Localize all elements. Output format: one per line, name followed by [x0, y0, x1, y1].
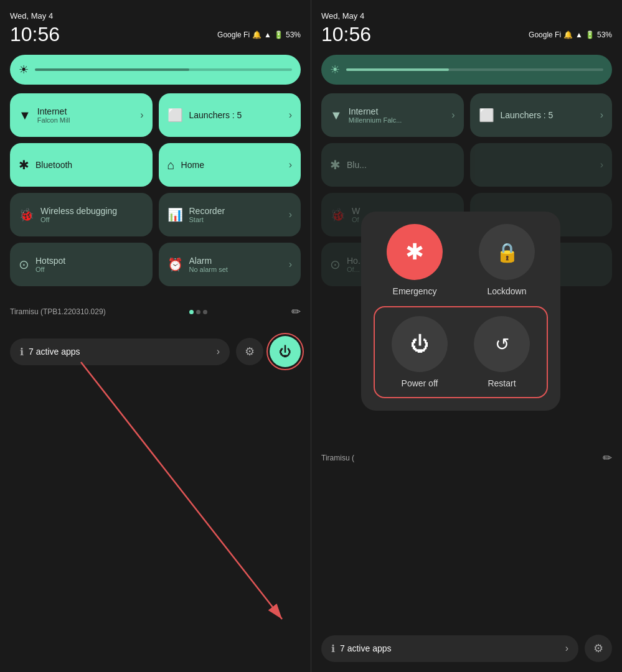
dot-2 [196, 310, 200, 314]
hotspot-icon: ⊙ [19, 257, 29, 272]
dot-3 [203, 310, 207, 314]
tile-wireless-debug[interactable]: 🐞 Wireless debugging Off [10, 193, 153, 236]
right-brightness-slider[interactable]: ☀ [321, 55, 612, 85]
right-settings-button[interactable]: ⚙ [585, 635, 612, 662]
active-apps-count: 7 [29, 347, 34, 357]
right-vibrate-icon: 🔔 [563, 30, 573, 39]
tile-internet-title: Internet [37, 106, 134, 116]
right-bluetooth-icon: ✱ [330, 157, 341, 172]
active-apps-text-label: active apps [36, 347, 80, 357]
version-row: Tiramisu (TPB1.220310.029) ✏ [10, 300, 301, 324]
lockdown-label: Lockdown [487, 286, 526, 296]
tile-alarm-subtitle: No alarm set [189, 266, 283, 273]
restart-option[interactable]: ↺ Restart [466, 316, 538, 388]
right-bottom-bar: ℹ 7 active apps › ⚙ [321, 628, 612, 672]
right-tile-internet-subtitle: Millennium Falc... [349, 116, 445, 124]
right-brightness-fill [346, 68, 449, 71]
tile-bluetooth-title: Bluetooth [35, 160, 144, 170]
version-text: Tiramisu (TPB1.220310.029) [10, 307, 106, 316]
restart-icon: ↺ [495, 334, 509, 355]
tile-launchers[interactable]: ⬜ Launchers : 5 › [159, 93, 301, 137]
brightness-slider[interactable]: ☀ [10, 55, 301, 85]
right-wifi-icon: ▼ [330, 108, 342, 123]
left-panel: Wed, May 4 10:56 Google Fi 🔔 ▲ 🔋 53% ☀ ▼… [0, 0, 311, 672]
right-edit-icon[interactable]: ✏ [603, 451, 612, 465]
dot-1 [189, 310, 194, 314]
settings-icon: ⚙ [245, 345, 255, 358]
right-status-bar: Wed, May 4 [321, 11, 612, 21]
right-active-count: 7 [340, 643, 345, 653]
tiles-grid-4: ⊙ Hotspot Off ⏰ Alarm No alarm set › [10, 243, 301, 286]
right-hotspot-icon: ⊙ [330, 257, 341, 272]
tile-hotspot-text: Hotspot Off [35, 256, 144, 273]
power-restart-section: ⏻ Power off ↺ Restart [374, 306, 548, 398]
lockdown-option[interactable]: 🔒 Lockdown [466, 224, 548, 296]
power-menu: ✱ Emergency 🔒 Lockdown ⏻ Power off ↺ [361, 212, 560, 411]
right-tile-bluetooth[interactable]: ✱ Blu... [321, 143, 464, 187]
tile-alarm[interactable]: ⏰ Alarm No alarm set › [159, 243, 301, 286]
lockdown-circle: 🔒 [479, 224, 535, 280]
right-tile-launchers-text: Launchers : 5 [501, 110, 594, 120]
lockdown-icon: 🔒 [496, 241, 519, 263]
tile-home-arrow: › [289, 159, 292, 170]
edit-icon[interactable]: ✏ [291, 305, 301, 319]
right-settings-icon: ⚙ [593, 642, 603, 655]
tile-home[interactable]: ⌂ Home › [159, 143, 301, 187]
right-bug-icon: 🐞 [330, 207, 346, 222]
tile-bluetooth-text: Bluetooth [35, 160, 144, 170]
power-button-ring [266, 333, 304, 370]
right-info-icon: ℹ [331, 643, 335, 655]
right-active-apps-pill[interactable]: ℹ 7 active apps › [321, 635, 578, 662]
right-tile-launchers-arrow: › [600, 110, 603, 121]
active-apps-count-label: 7 active apps [29, 347, 80, 357]
tile-recorder-title: Recorder [189, 206, 283, 216]
tile-hotspot[interactable]: ⊙ Hotspot Off [10, 243, 153, 286]
poweroff-icon: ⏻ [410, 334, 429, 355]
right-tile-launchers[interactable]: ⬜ Launchers : 5 › [470, 93, 613, 137]
display-icon: ⬜ [167, 108, 183, 123]
tile-hotspot-title: Hotspot [35, 256, 144, 266]
tile-internet-arrow: › [140, 110, 143, 121]
tile-launchers-arrow: › [289, 110, 292, 121]
right-time: 10:56 [321, 23, 371, 46]
tile-internet[interactable]: ▼ Internet Falcon Mill › [10, 93, 153, 137]
brightness-track [35, 68, 292, 71]
tile-wireless-debug-subtitle: Off [40, 216, 144, 223]
right-brightness-track [346, 68, 603, 71]
vibrate-icon: 🔔 [252, 30, 262, 39]
right-date: Wed, May 4 [321, 11, 364, 21]
right-display-icon: ⬜ [479, 108, 494, 123]
tile-internet-subtitle: Falcon Mill [37, 116, 134, 124]
active-apps-left: ℹ 7 active apps [20, 346, 80, 358]
active-apps-arrow-icon: › [217, 346, 220, 357]
tile-home-title: Home [181, 160, 283, 170]
home-icon: ⌂ [167, 158, 175, 172]
tile-recorder[interactable]: 📊 Recorder Start › [159, 193, 301, 236]
svg-line-1 [81, 362, 282, 619]
tile-alarm-title: Alarm [189, 256, 283, 266]
settings-button[interactable]: ⚙ [236, 338, 263, 365]
bluetooth-icon: ✱ [19, 157, 29, 172]
left-status-bar: Wed, May 4 [10, 11, 301, 21]
right-tile-bluetooth-text: Blu... [347, 160, 455, 170]
right-tiles-grid-1: ▼ Internet Millennium Falc... › ⬜ Launch… [321, 93, 612, 137]
tile-launchers-text: Launchers : 5 [189, 110, 283, 120]
right-tile-internet[interactable]: ▼ Internet Millennium Falc... › [321, 93, 464, 137]
right-status-icons: Google Fi 🔔 ▲ 🔋 53% [529, 30, 612, 39]
active-apps-pill[interactable]: ℹ 7 active apps › [10, 338, 230, 365]
tiles-grid-3: 🐞 Wireless debugging Off 📊 Recorder Star… [10, 193, 301, 236]
right-tile-extra[interactable]: › [470, 143, 613, 187]
poweroff-label: Power off [402, 378, 438, 388]
left-date: Wed, May 4 [10, 11, 53, 21]
wifi-icon: ▼ [19, 108, 31, 123]
dot-row [189, 310, 207, 314]
tile-bluetooth[interactable]: ✱ Bluetooth [10, 143, 153, 187]
power-button[interactable]: ⏻ [270, 336, 301, 367]
restart-circle: ↺ [474, 316, 530, 372]
emergency-option[interactable]: ✱ Emergency [374, 224, 456, 296]
poweroff-option[interactable]: ⏻ Power off [384, 316, 456, 388]
left-status-row: 10:56 Google Fi 🔔 ▲ 🔋 53% [10, 23, 301, 46]
right-active-label: active apps [347, 643, 392, 653]
battery-icon: 🔋 [274, 30, 283, 39]
brightness-fill [35, 68, 189, 71]
